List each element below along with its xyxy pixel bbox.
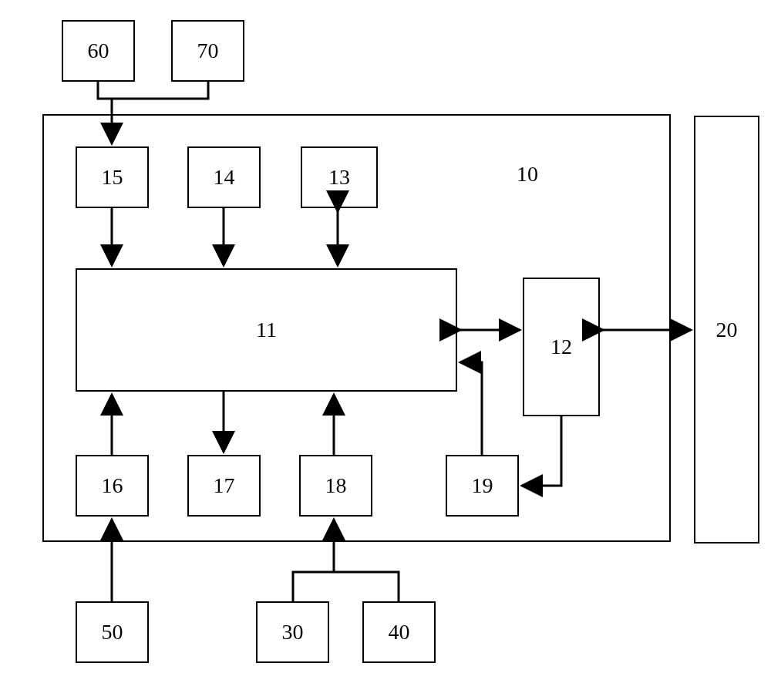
- block-16-label: 16: [102, 473, 123, 498]
- block-15: 15: [76, 146, 149, 208]
- block-19: 19: [446, 455, 519, 517]
- block-60-label: 60: [88, 39, 109, 63]
- block-13: 13: [301, 146, 378, 208]
- block-60: 60: [62, 20, 135, 82]
- block-17-label: 17: [214, 473, 235, 498]
- block-12: 12: [523, 278, 600, 416]
- block-30: 30: [256, 601, 329, 663]
- block-19-label: 19: [472, 473, 493, 498]
- block-12-label: 12: [550, 335, 572, 359]
- block-14-label: 14: [214, 165, 235, 190]
- block-11-label: 11: [256, 318, 277, 342]
- block-15-label: 15: [102, 165, 123, 190]
- block-18-label: 18: [325, 473, 347, 498]
- block-70-label: 70: [197, 39, 219, 63]
- block-10-label: 10: [517, 162, 538, 187]
- block-40: 40: [362, 601, 436, 663]
- block-20: 20: [694, 116, 759, 544]
- block-11: 11: [76, 268, 457, 392]
- block-14: 14: [187, 146, 261, 208]
- block-50: 50: [76, 601, 149, 663]
- block-20-label: 20: [716, 318, 738, 342]
- block-70: 70: [171, 20, 244, 82]
- block-18: 18: [299, 455, 372, 517]
- block-13-label: 13: [328, 165, 350, 190]
- block-30-label: 30: [282, 620, 304, 644]
- block-40-label: 40: [389, 620, 410, 644]
- block-17: 17: [187, 455, 261, 517]
- block-50-label: 50: [102, 620, 123, 644]
- block-16: 16: [76, 455, 149, 517]
